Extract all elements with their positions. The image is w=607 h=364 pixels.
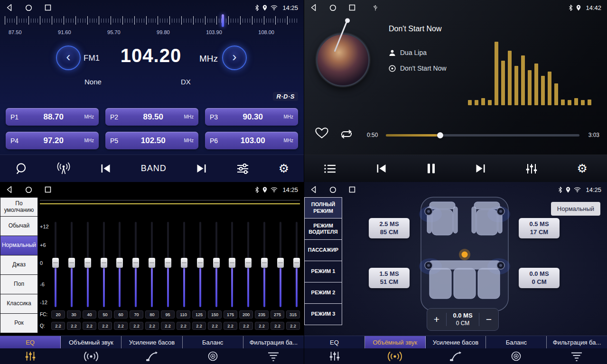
recents-button[interactable]	[45, 4, 51, 11]
eq-slider-thumb[interactable]	[52, 258, 59, 268]
decrease-delay-button[interactable]: −	[479, 309, 498, 330]
surround-sound-icon[interactable]	[61, 351, 121, 362]
balance-icon[interactable]	[182, 351, 243, 362]
eq-preset-item[interactable]: Нормальный	[0, 236, 38, 255]
position-mode-item[interactable]: ПАССАЖИР	[304, 240, 342, 261]
eq-band-slider[interactable]	[116, 222, 123, 307]
pause-button[interactable]	[427, 163, 436, 174]
frequency-needle[interactable]	[222, 14, 224, 27]
eq-slider-thumb[interactable]	[197, 258, 204, 268]
eq-band-slider[interactable]	[132, 222, 139, 307]
seek-bar-knob[interactable]	[437, 132, 443, 138]
eq-slider-thumb[interactable]	[181, 258, 187, 268]
bass-boost-icon[interactable]	[425, 351, 486, 362]
position-mode-item[interactable]: РЕЖИМ 3	[304, 304, 342, 325]
tab-bass-boost[interactable]: Усиление басов	[121, 336, 182, 348]
filter-icon[interactable]	[546, 351, 607, 362]
seek-bar[interactable]	[386, 134, 579, 136]
position-mode-item[interactable]: РЕЖИМ 2	[304, 282, 342, 304]
recents-button[interactable]	[45, 186, 51, 193]
eq-band-slider[interactable]	[165, 222, 171, 307]
home-button[interactable]	[329, 186, 336, 193]
eq-band-slider[interactable]	[293, 222, 300, 307]
position-mode-item[interactable]: РЕЖИМ 1	[304, 261, 342, 282]
eq-band-slider[interactable]	[84, 222, 91, 307]
tab-filter[interactable]: Фильтрация ба...	[547, 336, 607, 348]
eq-band-slider[interactable]	[261, 222, 268, 307]
tab-balance[interactable]: Баланс	[183, 336, 243, 348]
eq-slider-thumb[interactable]	[132, 258, 139, 268]
previous-button[interactable]	[375, 164, 387, 173]
home-button[interactable]	[329, 4, 336, 11]
eq-band-slider[interactable]	[181, 222, 187, 307]
eq-slider-thumb[interactable]	[213, 258, 220, 268]
tab-surround-sound[interactable]: Объёмный звук	[365, 336, 426, 348]
sound-preset-badge[interactable]: Нормальный	[551, 202, 600, 216]
eq-band-slider[interactable]	[245, 222, 252, 307]
radio-preset-p2[interactable]: P289.50MHz	[105, 108, 198, 126]
eq-band-slider[interactable]	[197, 222, 204, 307]
eq-slider-thumb[interactable]	[165, 258, 171, 268]
eq-preset-item[interactable]: Поп	[0, 275, 38, 294]
next-button[interactable]	[196, 164, 207, 173]
eq-preset-item[interactable]: По умолчанию	[0, 197, 38, 217]
eq-band-slider[interactable]	[68, 222, 75, 307]
eq-preset-item[interactable]: Классика	[0, 294, 38, 314]
eq-icon[interactable]	[0, 351, 61, 362]
back-button[interactable]	[6, 4, 13, 11]
repeat-button[interactable]	[339, 129, 354, 141]
eq-band-slider[interactable]	[52, 222, 59, 307]
previous-button[interactable]	[100, 164, 112, 173]
radio-preset-p1[interactable]: P188.70MHz	[6, 108, 99, 126]
eq-slider-thumb[interactable]	[116, 258, 123, 268]
eq-slider-thumb[interactable]	[261, 258, 268, 268]
eq-slider-thumb[interactable]	[277, 258, 284, 268]
increase-delay-button[interactable]: +	[427, 309, 446, 330]
bass-boost-icon[interactable]	[121, 351, 182, 362]
radio-preset-p4[interactable]: P497.20MHz	[6, 132, 99, 149]
band-button[interactable]: BAND	[141, 164, 167, 173]
audio-settings-button[interactable]	[236, 163, 249, 174]
tab-bass-boost[interactable]: Усиление басов	[426, 336, 486, 348]
tab-eq[interactable]: EQ	[0, 336, 61, 348]
eq-slider-thumb[interactable]	[68, 258, 75, 268]
rear-right-delay[interactable]: 0.0 MS 0 CM	[519, 268, 560, 288]
back-button[interactable]	[310, 4, 317, 11]
settings-button[interactable]: ⚙	[279, 163, 289, 174]
eq-slider-thumb[interactable]	[293, 258, 300, 268]
eq-band-slider[interactable]	[229, 222, 235, 307]
balance-icon[interactable]	[486, 351, 547, 362]
home-button[interactable]	[25, 4, 32, 11]
front-right-delay[interactable]: 0.5 MS 17 CM	[519, 218, 560, 238]
eq-slider-thumb[interactable]	[84, 258, 91, 268]
radio-preset-p5[interactable]: P5102.50MHz	[105, 132, 198, 149]
position-mode-item[interactable]: РЕЖИМ ВОДИТЕЛЯ	[304, 218, 342, 240]
tune-up-button[interactable]: ›	[222, 46, 247, 70]
eq-slider-thumb[interactable]	[245, 258, 252, 268]
back-button[interactable]	[6, 186, 13, 193]
eq-slider-thumb[interactable]	[229, 258, 235, 268]
tab-filter[interactable]: Фильтрация ба...	[243, 336, 304, 348]
stations-button[interactable]	[56, 162, 71, 175]
eq-preset-item[interactable]: Обычай	[0, 217, 38, 236]
tab-surround-sound[interactable]: Объёмный звук	[61, 336, 121, 348]
home-button[interactable]	[25, 186, 32, 193]
tune-down-button[interactable]: ‹	[56, 46, 81, 70]
filter-icon[interactable]	[243, 351, 304, 362]
rear-left-delay[interactable]: 1.5 MS 51 CM	[369, 268, 410, 288]
eq-preset-item[interactable]: Рок	[0, 314, 38, 333]
tab-eq[interactable]: EQ	[304, 336, 365, 348]
recents-button[interactable]	[349, 186, 355, 193]
back-button[interactable]	[310, 186, 317, 193]
eq-slider-thumb[interactable]	[149, 258, 155, 268]
eq-icon[interactable]	[304, 351, 365, 362]
mixer-button[interactable]	[525, 163, 538, 174]
eq-band-slider[interactable]	[149, 222, 155, 307]
favorite-button[interactable]	[315, 127, 329, 141]
eq-preset-item[interactable]: Джаз	[0, 255, 38, 275]
settings-button[interactable]: ⚙	[577, 163, 587, 174]
eq-band-slider[interactable]	[277, 222, 284, 307]
next-button[interactable]	[475, 164, 486, 173]
position-mode-item[interactable]: ПОЛНЫЙ РЕЖИМ	[304, 197, 342, 218]
surround-sound-icon[interactable]	[365, 351, 426, 362]
